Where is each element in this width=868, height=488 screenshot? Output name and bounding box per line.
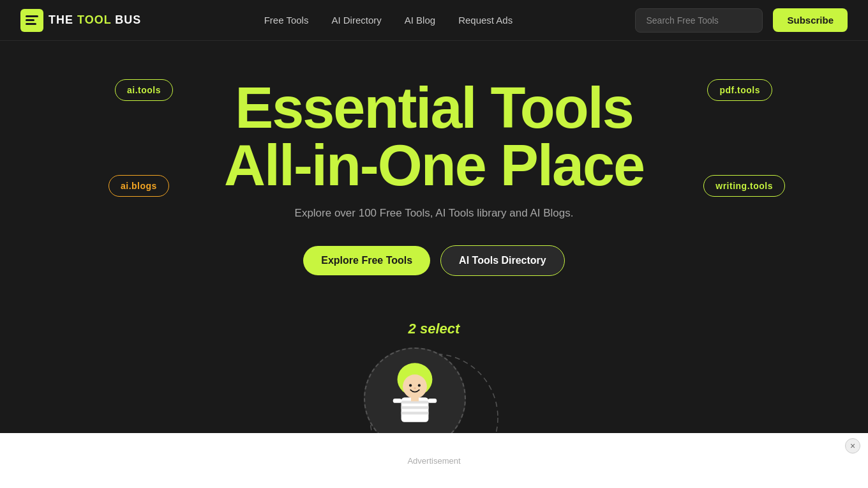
- ad-content: Advertisement: [407, 456, 460, 466]
- svg-point-8: [418, 384, 421, 386]
- subscribe-button[interactable]: Subscribe: [773, 8, 848, 32]
- select-label: 2 select: [408, 321, 460, 337]
- hero-title-line1: Essential Tools: [235, 79, 633, 137]
- svg-rect-14: [411, 397, 419, 401]
- explore-free-tools-button[interactable]: Explore Free Tools: [303, 246, 430, 275]
- hero-subtitle: Explore over 100 Free Tools, AI Tools li…: [295, 207, 574, 220]
- nav-free-tools[interactable]: Free Tools: [264, 15, 309, 26]
- hero-title-line2: All-in-One Place: [224, 137, 644, 194]
- character-illustration: [377, 360, 453, 437]
- select-text: select: [420, 321, 460, 337]
- search-input[interactable]: [635, 8, 763, 33]
- svg-point-7: [409, 384, 412, 386]
- logo-text: THE TOOL BUS: [49, 13, 141, 27]
- badge-pdf-tools: pdf.tools: [707, 79, 772, 101]
- nav-right: Subscribe: [635, 8, 848, 33]
- svg-rect-3: [26, 23, 36, 25]
- nav-ai-directory[interactable]: AI Directory: [331, 15, 381, 26]
- logo-link[interactable]: THE TOOL BUS: [20, 9, 141, 32]
- badge-writing-tools: writing.tools: [703, 175, 785, 197]
- svg-point-6: [403, 374, 427, 399]
- ai-tools-directory-button[interactable]: AI Tools Directory: [440, 245, 565, 276]
- hero-section: ai.tools pdf.tools ai.blogs writing.tool…: [0, 41, 868, 488]
- badge-ai-blogs: ai.blogs: [108, 175, 169, 197]
- nav-links: Free Tools AI Directory AI Blog Request …: [264, 15, 513, 26]
- svg-rect-12: [401, 406, 429, 409]
- ad-bar: Advertisement ×: [0, 433, 868, 488]
- logo-highlight: TOOL: [77, 13, 111, 26]
- svg-rect-13: [401, 412, 429, 415]
- nav-ai-blog[interactable]: AI Blog: [405, 15, 435, 26]
- badge-ai-tools: ai.tools: [115, 79, 173, 101]
- logo-icon: [20, 9, 43, 32]
- hero-buttons: Explore Free Tools AI Tools Directory: [303, 245, 564, 276]
- navbar: THE TOOL BUS Free Tools AI Directory AI …: [0, 0, 868, 41]
- svg-rect-16: [428, 399, 437, 403]
- nav-request-ads[interactable]: Request Ads: [458, 15, 513, 26]
- select-number: 2: [408, 321, 416, 337]
- svg-rect-2: [26, 19, 34, 21]
- svg-rect-15: [393, 399, 402, 403]
- svg-rect-1: [26, 15, 38, 17]
- svg-point-9: [414, 387, 415, 389]
- ad-close-button[interactable]: ×: [845, 438, 860, 454]
